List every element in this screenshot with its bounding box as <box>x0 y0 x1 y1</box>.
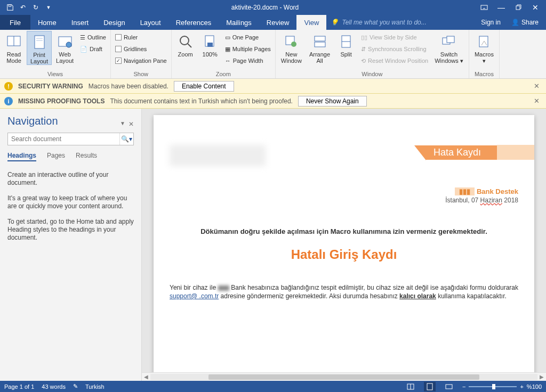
one-page-label: One Page <box>232 34 259 40</box>
web-layout-view-button[interactable] <box>443 382 455 391</box>
outline-button[interactable]: ☰Outline <box>80 32 106 43</box>
zoom-100-label: 100% <box>203 51 218 58</box>
new-window-button[interactable]: New Window <box>278 31 305 64</box>
nav-tab-results[interactable]: Results <box>76 152 97 161</box>
ribbon-options-button[interactable] <box>476 0 493 15</box>
nav-tab-pages[interactable]: Pages <box>47 152 65 161</box>
security-warning-label: SECURITY WARNING <box>18 83 83 90</box>
horizontal-scrollbar[interactable]: ◀ ▶ <box>142 372 546 381</box>
tab-insert[interactable]: Insert <box>64 15 97 30</box>
support-email-link[interactable]: support@ .com.tr <box>170 292 219 300</box>
split-icon <box>338 33 355 50</box>
tab-review[interactable]: Review <box>259 15 297 30</box>
share-label: Share <box>521 19 539 26</box>
search-document-box[interactable]: 🔍▾ <box>7 133 134 145</box>
svg-rect-1 <box>481 5 487 10</box>
reset-position-button[interactable]: ⟲Reset Window Position <box>361 55 428 66</box>
zoom-100-icon <box>202 33 219 50</box>
zoom-out-button[interactable]: − <box>462 383 465 390</box>
qat-dropdown[interactable]: ▼ <box>43 2 54 13</box>
draft-button[interactable]: 📄Draft <box>80 44 106 54</box>
scroll-thumb[interactable] <box>208 374 479 380</box>
multiple-pages-button[interactable]: ▦Multiple Pages <box>225 44 271 54</box>
search-button[interactable]: 🔍▾ <box>119 133 133 145</box>
nav-pane-checkbox[interactable]: ✓Navigation Pane <box>115 55 167 66</box>
svg-rect-5 <box>35 36 44 48</box>
read-mode-button[interactable]: Read Mode <box>2 31 26 64</box>
tell-me-box[interactable]: 💡 Tell me what you want to do... <box>326 15 477 30</box>
status-page[interactable]: Page 1 of 1 <box>4 383 34 390</box>
split-button[interactable]: Split <box>334 31 358 58</box>
tab-file[interactable]: File <box>0 15 30 30</box>
zoom-group-label: Zoom <box>174 70 273 78</box>
checkbox-icon <box>115 34 122 40</box>
window-group-label: Window <box>278 70 467 78</box>
save-button[interactable] <box>4 2 16 13</box>
new-window-label: New Window <box>281 51 302 64</box>
minimize-button[interactable]: — <box>493 0 510 15</box>
document-page[interactable]: Hata Kaydı ▮▮▮ Bank Destek İstanbul, 07 … <box>154 115 534 381</box>
close-button[interactable]: ✕ <box>527 0 544 15</box>
status-language[interactable]: Turkish <box>85 383 105 390</box>
tab-home[interactable]: Home <box>30 15 64 30</box>
print-layout-button[interactable]: Print Layout <box>27 31 52 65</box>
share-icon: 👤 <box>511 19 519 26</box>
scroll-right-icon[interactable]: ▶ <box>537 374 546 380</box>
arrange-all-label: Arrange All <box>309 51 330 64</box>
one-page-button[interactable]: ▭One Page <box>225 32 271 43</box>
switch-windows-button[interactable]: Switch Windows ▾ <box>431 31 467 64</box>
side-by-side-icon: ▯▯ <box>361 34 367 41</box>
nav-dropdown-icon[interactable]: ▼ <box>120 120 125 128</box>
nav-tab-headings[interactable]: Headings <box>7 152 36 161</box>
tab-references[interactable]: References <box>168 15 219 30</box>
banner: Hata Kaydı <box>426 145 534 160</box>
zoom-level[interactable]: %100 <box>527 383 542 390</box>
tab-mailings[interactable]: Mailings <box>219 15 259 30</box>
doc-body: Yeni bir cihaz ile ▮▮▮ Bank hesabınıza b… <box>170 283 518 300</box>
svg-rect-2 <box>516 6 520 10</box>
sync-scroll-icon: ⇵ <box>361 46 366 53</box>
outline-label: Outline <box>87 34 106 40</box>
print-layout-view-button[interactable] <box>424 382 436 391</box>
tab-design[interactable]: Design <box>96 15 132 30</box>
tab-layout[interactable]: Layout <box>133 15 168 30</box>
scroll-left-icon[interactable]: ◀ <box>142 374 150 380</box>
view-side-by-side-button[interactable]: ▯▯View Side by Side <box>361 32 428 43</box>
doc-subtitle: ▮▮▮ Bank Destek <box>170 187 518 195</box>
search-input[interactable] <box>8 133 119 145</box>
lightbulb-icon: 💡 <box>331 19 339 26</box>
zoom-slider[interactable] <box>469 386 517 387</box>
macros-button[interactable]: Macros▾ <box>471 31 497 64</box>
page-width-button[interactable]: ↔Page Width <box>225 55 271 66</box>
redo-button[interactable]: ↻ <box>30 2 42 13</box>
read-mode-icon <box>5 33 22 50</box>
switch-windows-label: Switch Windows ▾ <box>435 51 463 64</box>
undo-button[interactable]: ↶ <box>17 2 29 13</box>
reset-label: Reset Window Position <box>368 58 428 64</box>
web-layout-button[interactable]: Web Layout <box>53 31 77 64</box>
close-security-bar[interactable]: ✕ <box>532 82 542 90</box>
status-words[interactable]: 43 words <box>42 383 66 390</box>
restore-button[interactable] <box>510 0 527 15</box>
ruler-checkbox[interactable]: Ruler <box>115 32 167 43</box>
never-show-button[interactable]: Never Show Again <box>298 96 367 107</box>
close-proofing-bar[interactable]: ✕ <box>532 97 542 105</box>
nav-close-icon[interactable]: ✕ <box>129 120 134 128</box>
nav-hint-3: To get started, go to the Home tab and a… <box>7 218 134 242</box>
svg-rect-21 <box>447 36 454 43</box>
page-width-icon: ↔ <box>225 58 231 64</box>
sign-in-button[interactable]: Sign in <box>477 19 505 26</box>
zoom-button[interactable]: Zoom <box>174 31 197 58</box>
gridlines-checkbox[interactable]: Gridlines <box>115 44 167 54</box>
arrange-all-button[interactable]: Arrange All <box>306 31 333 64</box>
zoom-in-button[interactable]: + <box>520 383 523 390</box>
tab-view[interactable]: View <box>296 15 326 30</box>
proofing-status-icon[interactable]: ✎ <box>73 383 78 390</box>
share-button[interactable]: 👤 Share <box>507 19 543 26</box>
read-mode-view-button[interactable] <box>405 382 416 391</box>
zoom-100-button[interactable]: 100% <box>198 31 222 58</box>
enable-content-button[interactable]: Enable Content <box>174 81 234 92</box>
zoom-icon <box>177 33 194 50</box>
web-layout-icon <box>57 33 74 50</box>
sync-scroll-button[interactable]: ⇵Synchronous Scrolling <box>361 44 428 54</box>
